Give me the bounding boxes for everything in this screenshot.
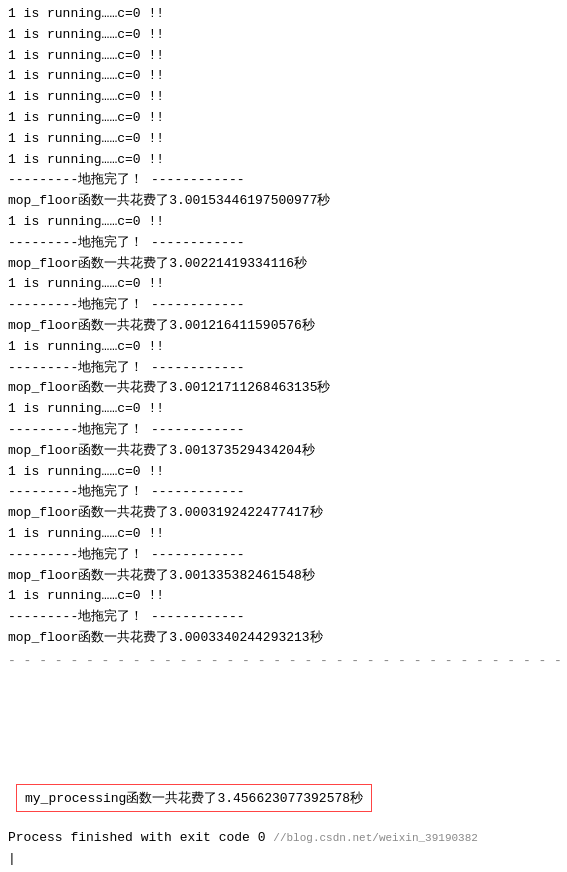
dashed-divider: - - - - - - - - - - - - - - - - - - - - … [8,651,559,672]
log-line-10: 1 is running……c=0 !! [8,274,559,295]
separator-7: ---------地拖完了！ ------------ [8,545,559,566]
time-line-6: mop_floor函数一共花费了3.0003192422477417秒 [8,503,559,524]
watermark-text: //blog.csdn.net/weixin_39190382 [273,832,478,844]
log-line-6: 1 is running……c=0 !! [8,108,559,129]
separator-1: ---------地拖完了！ ------------ [8,170,559,191]
log-line-5: 1 is running……c=0 !! [8,87,559,108]
separator-8: ---------地拖完了！ ------------ [8,607,559,628]
console-output: 1 is running……c=0 !! 1 is running……c=0 !… [0,0,567,778]
log-line-3: 1 is running……c=0 !! [8,46,559,67]
time-line-1: mop_floor函数一共花费了3.00153446197500977秒 [8,191,559,212]
log-line-2: 1 is running……c=0 !! [8,25,559,46]
log-line-4: 1 is running……c=0 !! [8,66,559,87]
cursor-line: | [8,849,559,870]
separator-6: ---------地拖完了！ ------------ [8,482,559,503]
console-container: 1 is running……c=0 !! 1 is running……c=0 !… [0,0,567,872]
with-text: with [141,830,172,845]
log-line-15: 1 is running……c=0 !! [8,586,559,607]
log-line-9: 1 is running……c=0 !! [8,212,559,233]
process-finished-area: Process finished with exit code 0 //blog… [0,820,567,872]
log-line-8: 1 is running……c=0 !! [8,150,559,171]
time-line-5: mop_floor函数一共花费了3.001373529434204秒 [8,441,559,462]
log-line-11: 1 is running……c=0 !! [8,337,559,358]
exit-code-text: exit code 0 [172,830,266,845]
separator-5: ---------地拖完了！ ------------ [8,420,559,441]
my-processing-result: my_processing函数一共花费了3.456623077392578秒 [16,784,372,812]
log-line-14: 1 is running……c=0 !! [8,524,559,545]
log-line-13: 1 is running……c=0 !! [8,462,559,483]
process-finished-text: Process finished [8,830,141,845]
time-line-3: mop_floor函数一共花费了3.0012164115905​76秒 [8,316,559,337]
separator-4: ---------地拖完了！ ------------ [8,358,559,379]
log-line-7: 1 is running……c=0 !! [8,129,559,150]
log-line-1: 1 is running……c=0 !! [8,4,559,25]
time-line-8: mop_floor函数一共花费了3.0003340244293213秒 [8,628,559,649]
highlighted-section: my_processing函数一共花费了3.456623077392578秒 [0,778,567,820]
separator-3: ---------地拖完了！ ------------ [8,295,559,316]
process-finished-line: Process finished with exit code 0 //blog… [8,826,559,849]
separator-2: ---------地拖完了！ ------------ [8,233,559,254]
time-line-4: mop_floor函数一共花费了3.00121711268463135秒 [8,378,559,399]
log-line-12: 1 is running……c=0 !! [8,399,559,420]
time-line-7: mop_floor函数一共花费了3.001335382461548秒 [8,566,559,587]
time-line-2: mop_floor函数一共花费了3.00221419334116秒 [8,254,559,275]
